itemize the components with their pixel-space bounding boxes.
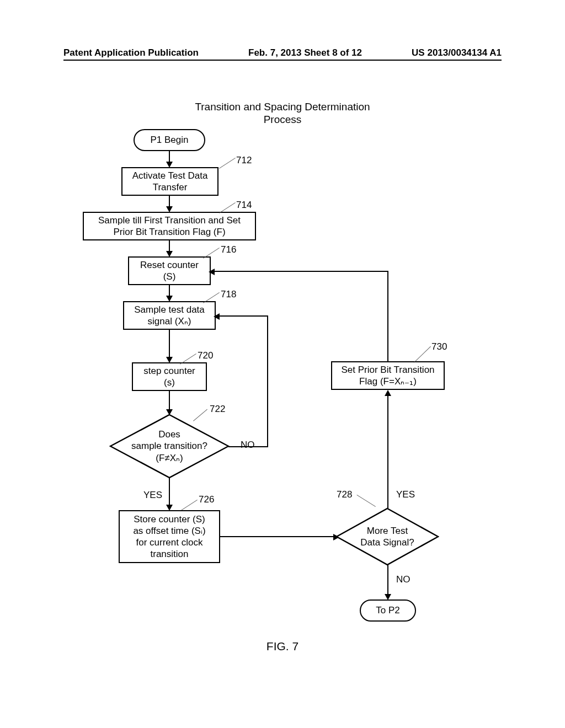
edge bbox=[387, 392, 388, 508]
leader-line bbox=[181, 500, 198, 511]
process-716: Reset counter (S) bbox=[128, 256, 211, 285]
edge bbox=[267, 315, 268, 447]
decision-728: More Test Data Signal? bbox=[335, 507, 439, 566]
edge-label-no2: NO bbox=[395, 574, 412, 585]
ref-730: 730 bbox=[431, 341, 447, 352]
ref-720: 720 bbox=[198, 350, 213, 361]
edge bbox=[169, 330, 170, 361]
edge bbox=[220, 536, 336, 537]
arrowhead-icon bbox=[209, 269, 215, 275]
terminator-end: To P2 bbox=[360, 599, 416, 622]
edge bbox=[387, 271, 388, 361]
edge bbox=[216, 315, 268, 317]
ref-712: 712 bbox=[236, 155, 252, 166]
process-730-label: Set Prior Bit Transition Flag (F=Xₙ₋₁) bbox=[341, 364, 434, 388]
edge bbox=[211, 271, 388, 272]
leader-line bbox=[219, 158, 236, 169]
process-730: Set Prior Bit Transition Flag (F=Xₙ₋₁) bbox=[331, 361, 445, 390]
terminator-begin: P1 Begin bbox=[134, 129, 205, 151]
decision-722: Does sample transition? (F≠Xₙ) bbox=[109, 414, 230, 479]
process-714: Sample till First Transition and Set Pri… bbox=[83, 212, 256, 240]
process-714-label: Sample till First Transition and Set Pri… bbox=[98, 215, 241, 238]
terminator-begin-label: P1 Begin bbox=[151, 134, 189, 146]
process-712: Activate Test Data Transfer bbox=[121, 167, 218, 196]
page-header: Patent Application Publication Feb. 7, 2… bbox=[0, 47, 565, 58]
ref-726: 726 bbox=[199, 494, 214, 505]
edge bbox=[228, 446, 267, 447]
edge-label-no: NO bbox=[239, 440, 256, 451]
ref-718: 718 bbox=[221, 289, 236, 300]
process-716-label: Reset counter (S) bbox=[140, 259, 199, 283]
leader-line bbox=[356, 495, 375, 507]
ref-716: 716 bbox=[221, 244, 236, 255]
process-720: step counter (s) bbox=[132, 362, 207, 391]
process-726-label: Store counter (S) as offset time (Sᵢ) fo… bbox=[133, 513, 205, 560]
decision-728-label: More Test Data Signal? bbox=[358, 525, 416, 549]
edge bbox=[169, 478, 170, 508]
process-718-label: Sample test data signal (Xₙ) bbox=[134, 304, 205, 328]
process-726: Store counter (S) as offset time (Sᵢ) fo… bbox=[119, 510, 220, 563]
process-718: Sample test data signal (Xₙ) bbox=[123, 301, 216, 330]
arrowhead-icon bbox=[214, 313, 220, 320]
process-720-label: step counter (s) bbox=[143, 365, 195, 389]
process-712-label: Activate Test Data Transfer bbox=[132, 170, 208, 194]
arrowhead-icon bbox=[385, 390, 391, 396]
edge-label-yes2: YES bbox=[395, 489, 416, 500]
header-rule bbox=[63, 60, 502, 61]
terminator-end-label: To P2 bbox=[376, 604, 399, 616]
header-left: Patent Application Publication bbox=[63, 47, 199, 58]
edge-label-yes: YES bbox=[142, 490, 163, 501]
header-right: US 2013/0034134 A1 bbox=[412, 47, 502, 58]
figure-label: FIG. 7 bbox=[0, 640, 565, 653]
edge bbox=[387, 565, 388, 598]
decision-722-label: Does sample transition? (F≠Xₙ) bbox=[129, 429, 210, 464]
header-center: Feb. 7, 2013 Sheet 8 of 12 bbox=[248, 47, 362, 58]
diagram-title-line2: Process bbox=[0, 114, 565, 126]
leader-line bbox=[203, 248, 220, 259]
ref-728: 728 bbox=[337, 489, 352, 500]
ref-714: 714 bbox=[236, 200, 252, 211]
diagram-title-line1: Transition and Spacing Determination bbox=[0, 101, 565, 113]
leader-line bbox=[414, 346, 431, 363]
ref-722: 722 bbox=[210, 404, 225, 415]
